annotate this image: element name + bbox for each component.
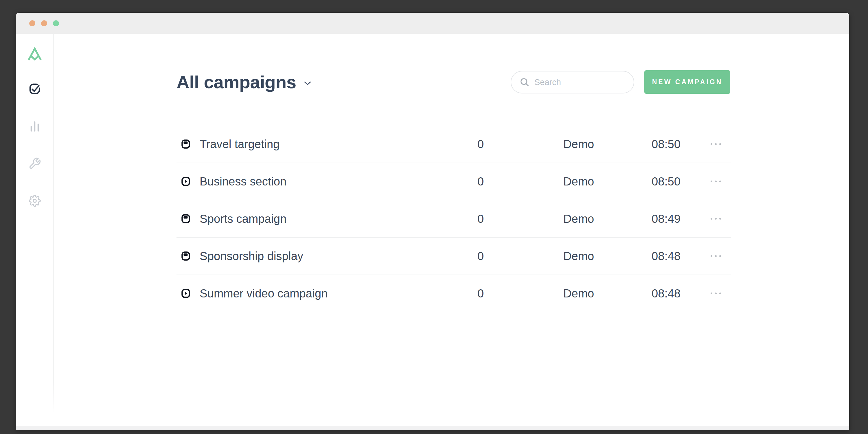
sidebar-item-settings[interactable] [16, 195, 54, 207]
table-row[interactable]: Sponsorship display 0 Demo 08:48 [177, 238, 731, 275]
campaign-type: Demo [544, 126, 613, 163]
search-icon [519, 77, 530, 87]
campaign-count: 0 [463, 200, 498, 237]
new-campaign-button-label: NEW CAMPAIGN [652, 78, 723, 86]
page-title: All campaigns [177, 72, 296, 92]
campaign-count: 0 [463, 163, 498, 200]
campaign-name: Travel targeting [199, 126, 431, 163]
campaigns-filter-dropdown[interactable]: All campaigns [177, 72, 311, 92]
zoom-window-button[interactable] [53, 20, 59, 26]
table-row[interactable]: Business section 0 Demo 08:50 [177, 163, 731, 200]
campaign-name: Business section [199, 163, 431, 200]
campaign-name: Sports campaign [199, 200, 431, 237]
row-menu-button[interactable] [703, 163, 729, 200]
gear-icon [29, 195, 41, 207]
app-window: All campaigns NEW CAMPAIGN [16, 13, 849, 430]
campaign-type: Demo [544, 163, 613, 200]
window-bottom-edge [16, 426, 849, 430]
search-box [511, 71, 634, 93]
bar-chart-icon [29, 120, 40, 132]
sidebar-item-campaigns-active[interactable] [16, 83, 54, 95]
table-row[interactable]: Sports campaign 0 Demo 08:49 [177, 200, 731, 238]
campaign-type: Demo [544, 275, 613, 312]
ellipsis-icon [709, 180, 722, 183]
campaign-time: 08:50 [634, 163, 698, 200]
campaign-count: 0 [463, 275, 498, 312]
campaign-count: 0 [463, 126, 498, 163]
campaign-table: Travel targeting 0 Demo 08:50 [177, 126, 731, 312]
ellipsis-icon [709, 217, 722, 220]
campaign-time: 08:48 [634, 238, 698, 275]
campaign-time: 08:48 [634, 275, 698, 312]
video-ad-icon [181, 163, 191, 200]
sidebar-item-tools[interactable] [16, 157, 54, 170]
chevron-down-icon [304, 81, 311, 86]
table-row[interactable]: Travel targeting 0 Demo 08:50 [177, 126, 731, 163]
sidebar-item-logo[interactable] [16, 47, 54, 60]
check-circle-icon [28, 83, 41, 95]
ellipsis-icon [709, 143, 722, 146]
table-row[interactable]: Summer video campaign 0 Demo 08:48 [177, 275, 731, 312]
search-input[interactable] [530, 78, 622, 87]
display-ad-icon [181, 238, 191, 275]
row-menu-button[interactable] [703, 126, 729, 163]
sidebar-item-statistics[interactable] [16, 120, 54, 132]
minimize-window-button[interactable] [41, 20, 47, 26]
mountain-logo-icon [27, 47, 43, 60]
row-menu-button[interactable] [703, 238, 729, 275]
campaign-time: 08:50 [634, 126, 698, 163]
window-titlebar [16, 13, 849, 34]
campaign-type: Demo [544, 200, 613, 237]
campaign-name: Summer video campaign [199, 275, 431, 312]
video-ad-icon [181, 275, 191, 312]
desktop-background: All campaigns NEW CAMPAIGN [0, 0, 868, 434]
row-menu-button[interactable] [703, 275, 729, 312]
campaign-name: Sponsorship display [199, 238, 431, 275]
campaign-time: 08:49 [634, 200, 698, 237]
wrench-icon [28, 157, 41, 170]
row-menu-button[interactable] [703, 200, 729, 237]
new-campaign-button[interactable]: NEW CAMPAIGN [644, 70, 730, 94]
ellipsis-icon [709, 255, 722, 257]
ellipsis-icon [709, 292, 722, 295]
display-ad-icon [181, 126, 191, 163]
display-ad-icon [181, 200, 191, 237]
campaign-count: 0 [463, 238, 498, 275]
campaign-type: Demo [544, 238, 613, 275]
close-window-button[interactable] [29, 20, 35, 26]
